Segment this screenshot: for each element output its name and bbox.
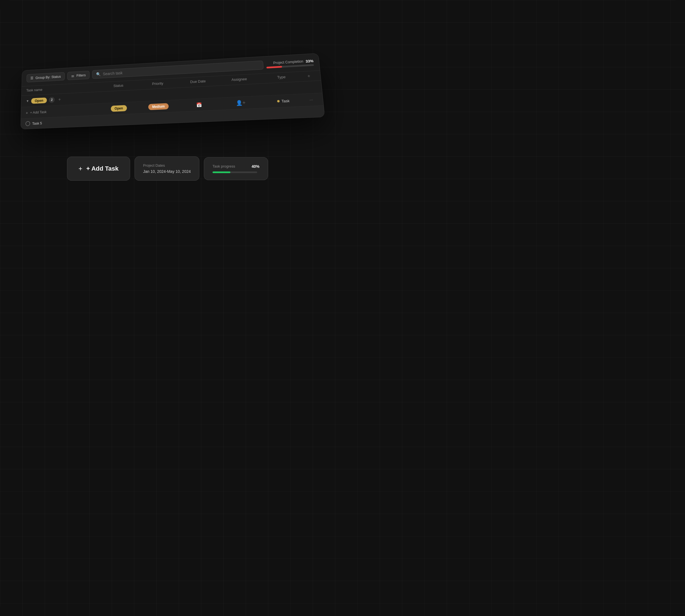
col-priority: Priority (138, 81, 178, 87)
chevron-down-icon[interactable]: ▼ (26, 99, 29, 103)
add-column-button[interactable]: + (303, 73, 315, 79)
bottom-cards: + + Add Task Project Dates Jan 10, 2024-… (67, 156, 268, 181)
project-dates-label: Project Dates (143, 163, 191, 168)
project-dates-card: Project Dates Jan 10, 2024-May 10, 2024 (135, 156, 199, 181)
task-progress-bar-fill (213, 172, 230, 173)
add-task-card[interactable]: + + Add Task (67, 157, 130, 181)
task5-more (306, 111, 318, 112)
task-progress-card: Task progress 40% (204, 157, 268, 180)
group-by-label: Group By: Status (36, 74, 61, 80)
medium-pill: Medium (148, 103, 169, 110)
filters-button[interactable]: ⚌ Filters (67, 71, 90, 80)
project-completion-widget: Project Completion 33% (266, 59, 314, 68)
more-options-button[interactable]: ··· (305, 97, 317, 103)
col-task-name: Task name (26, 85, 99, 93)
task-type-label: Task (281, 98, 290, 103)
col-status: Status (99, 83, 138, 90)
task5-status (100, 119, 139, 120)
filters-label: Filters (76, 73, 86, 78)
add-task-type[interactable]: Task (262, 98, 305, 104)
add-task-label: + Add Task (30, 110, 47, 114)
add-user-icon: 👤+ (236, 100, 246, 106)
completion-bar-fill (266, 66, 282, 68)
search-icon: 🔍 (96, 72, 101, 76)
project-completion-label: Project Completion (273, 60, 303, 65)
add-task-status[interactable]: Open (99, 105, 138, 112)
open-count-badge: 2 (49, 97, 55, 103)
filter-icon: ⚌ (71, 73, 74, 78)
task-progress-percentage: 40% (251, 164, 260, 169)
add-task-plus-icon: + (79, 165, 82, 173)
add-to-open-button[interactable]: + (57, 96, 62, 103)
calendar-icon: 📅 (196, 102, 202, 108)
col-due-date: Due Date (178, 78, 219, 85)
task-checkbox[interactable] (25, 121, 30, 126)
add-task-cell[interactable]: + + Add Task (26, 107, 99, 115)
task5-priority (139, 117, 179, 119)
add-task-due-date[interactable]: 📅 (178, 101, 220, 108)
project-completion-percentage: 33% (306, 59, 314, 63)
col-assignee: Assignee (218, 76, 261, 84)
project-dates-value: Jan 10, 2024-May 10, 2024 (143, 169, 191, 174)
task-name-text: Task 5 (32, 121, 42, 125)
search-input[interactable] (103, 63, 259, 76)
task-progress-header: Task progress 40% (213, 164, 260, 169)
task5-type (263, 112, 306, 114)
open-status-badge[interactable]: Open (31, 97, 47, 104)
task-type-dot (277, 100, 280, 103)
open-pill: Open (111, 105, 127, 112)
group-by-button[interactable]: ☰ Group By: Status (26, 72, 65, 82)
add-task-priority[interactable]: Medium (138, 103, 179, 111)
list-icon: ☰ (30, 76, 34, 80)
add-task-assignee[interactable]: 👤+ (220, 99, 262, 107)
add-task-card-label: + Add Task (86, 165, 119, 172)
col-type: Type (260, 74, 303, 81)
task5-assignee (220, 114, 263, 115)
task-progress-label: Task progress (213, 164, 235, 168)
add-icon: + (26, 110, 28, 115)
task-progress-bar-track (213, 172, 257, 173)
task-name-cell[interactable]: Task 5 (25, 118, 100, 126)
task5-due-date (179, 116, 220, 117)
